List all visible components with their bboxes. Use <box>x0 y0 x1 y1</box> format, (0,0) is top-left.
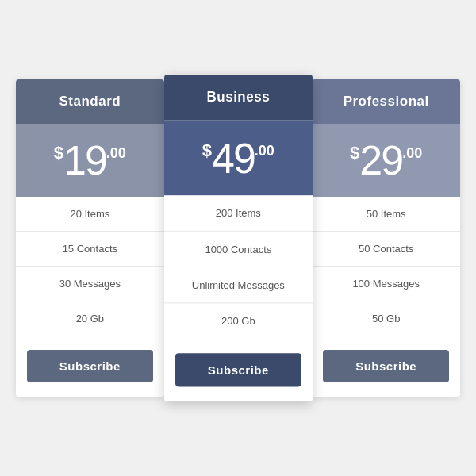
plan-price-box-standard: $ 19 .00 <box>16 124 164 197</box>
plan-feature-standard-2: 30 Messages <box>16 267 164 301</box>
plan-feature-standard-0: 20 Items <box>16 197 164 232</box>
plan-feature-business-1: 1000 Contacts <box>164 232 313 267</box>
plan-feature-professional-2: 100 Messages <box>312 267 460 301</box>
plan-price-professional: $ 29 .00 <box>350 140 422 181</box>
plan-features-business: 200 Items 1000 Contacts Unlimited Messag… <box>164 195 313 338</box>
plan-name-standard: Standard <box>59 94 121 109</box>
price-cents-business: .00 <box>255 144 274 159</box>
plan-feature-standard-1: 15 Contacts <box>16 232 164 267</box>
plan-footer-standard: Subscribe <box>16 336 164 397</box>
plan-feature-business-3: 200 Gb <box>164 303 313 338</box>
plan-header-business: Business <box>164 75 313 121</box>
plan-header-professional: Professional <box>312 79 460 124</box>
plan-feature-business-0: 200 Items <box>164 195 313 231</box>
plan-professional: Professional $ 29 .00 50 Items 50 Contac… <box>312 79 460 397</box>
plan-business: Business $ 49 .00 200 Items 1000 Contact… <box>164 75 313 401</box>
price-main-business: 49 <box>212 136 255 179</box>
subscribe-button-standard[interactable]: Subscribe <box>27 350 153 382</box>
plan-feature-standard-3: 20 Gb <box>16 301 164 336</box>
plan-price-standard: $ 19 .00 <box>54 140 126 181</box>
plan-price-business: $ 49 .00 <box>202 136 274 179</box>
plan-price-box-professional: $ 29 .00 <box>312 124 460 197</box>
plan-standard: Standard $ 19 .00 20 Items 15 Contacts 3… <box>16 79 164 397</box>
plan-feature-professional-0: 50 Items <box>312 197 460 232</box>
price-dollar-professional: $ <box>350 144 359 162</box>
plan-price-box-business: $ 49 .00 <box>164 121 313 196</box>
price-dollar-business: $ <box>202 141 211 159</box>
plan-footer-professional: Subscribe <box>312 336 460 397</box>
plan-footer-business: Subscribe <box>164 339 313 401</box>
price-dollar-standard: $ <box>54 144 63 162</box>
subscribe-button-business[interactable]: Subscribe <box>175 353 301 386</box>
plan-header-standard: Standard <box>16 79 164 124</box>
plan-feature-business-2: Unlimited Messages <box>164 267 313 303</box>
plan-feature-professional-1: 50 Contacts <box>312 232 460 267</box>
plan-features-professional: 50 Items 50 Contacts 100 Messages 50 Gb <box>312 197 460 336</box>
subscribe-button-professional[interactable]: Subscribe <box>323 350 449 382</box>
pricing-table: Standard $ 19 .00 20 Items 15 Contacts 3… <box>16 79 460 397</box>
plan-feature-professional-3: 50 Gb <box>312 301 460 336</box>
plan-features-standard: 20 Items 15 Contacts 30 Messages 20 Gb <box>16 197 164 336</box>
price-main-professional: 29 <box>359 140 402 181</box>
price-main-standard: 19 <box>63 140 106 181</box>
plan-name-business: Business <box>206 90 270 106</box>
plan-name-professional: Professional <box>344 94 429 109</box>
price-cents-standard: .00 <box>106 146 126 160</box>
price-cents-professional: .00 <box>402 146 422 160</box>
